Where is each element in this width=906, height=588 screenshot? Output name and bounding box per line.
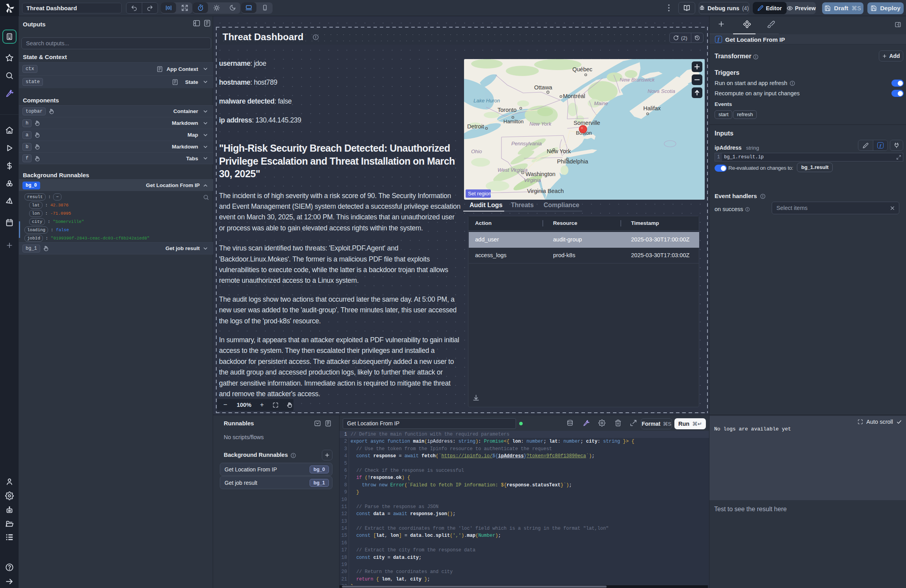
svg-text:Philadelphia: Philadelphia bbox=[557, 158, 589, 165]
svg-text:Washington: Washington bbox=[525, 171, 555, 177]
svg-text:Somerville: Somerville bbox=[574, 120, 600, 126]
svg-text:Ohio: Ohio bbox=[471, 148, 482, 154]
svg-text:Set region: Set region bbox=[468, 191, 491, 197]
svg-text:New York: New York bbox=[547, 148, 571, 154]
svg-text:New York: New York bbox=[529, 121, 552, 127]
svg-text:Lake Huron: Lake Huron bbox=[473, 98, 500, 104]
svg-text:Montréal: Montréal bbox=[563, 93, 585, 99]
svg-text:Nova Scotia: Nova Scotia bbox=[648, 88, 675, 94]
svg-text:Virginia Beach: Virginia Beach bbox=[527, 188, 564, 194]
svg-text:Québec: Québec bbox=[572, 66, 592, 72]
svg-text:Pennsylvania: Pennsylvania bbox=[511, 141, 542, 147]
svg-text:New Brunswick: New Brunswick bbox=[620, 77, 655, 83]
svg-text:Maine: Maine bbox=[594, 100, 608, 106]
svg-text:West Virginia: West Virginia bbox=[498, 167, 527, 173]
svg-text:Halifax: Halifax bbox=[643, 105, 661, 111]
svg-text:Hamilton: Hamilton bbox=[503, 119, 524, 124]
svg-text:Virginia: Virginia bbox=[524, 177, 541, 183]
svg-text:Ottawa: Ottawa bbox=[534, 84, 553, 91]
svg-text:Toronto: Toronto bbox=[498, 107, 516, 113]
svg-text:Detroit: Detroit bbox=[467, 123, 484, 130]
